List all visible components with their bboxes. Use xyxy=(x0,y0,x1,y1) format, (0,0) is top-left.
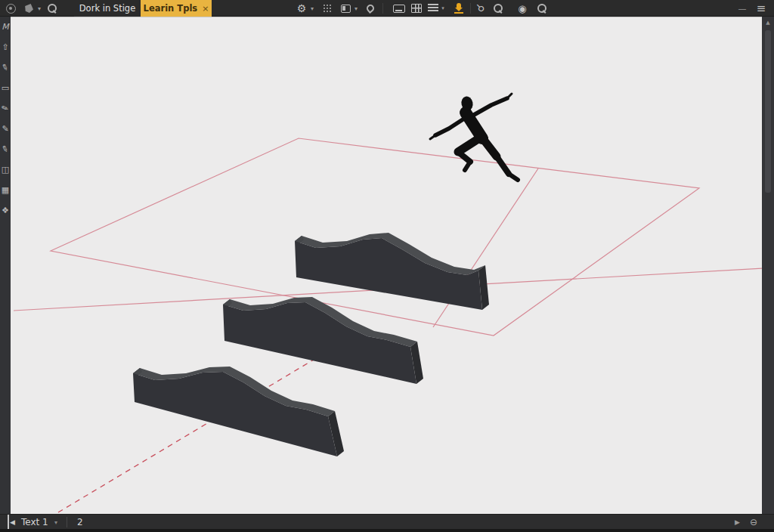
flag-tool-icon[interactable] xyxy=(23,0,35,17)
layout-dropdown-caret[interactable]: ▾ xyxy=(352,0,360,17)
app-icon[interactable] xyxy=(3,0,18,17)
search-icon[interactable] xyxy=(45,0,59,17)
window-bottom-edge xyxy=(0,529,774,532)
layout-panels-icon[interactable] xyxy=(339,0,352,17)
gear-dropdown-caret[interactable]: ▾ xyxy=(308,0,316,17)
minimize-icon[interactable]: — xyxy=(736,0,748,17)
pen-tool-icon[interactable]: ✎ xyxy=(0,57,11,78)
eraser-tool-icon[interactable]: ❖ xyxy=(0,200,11,221)
wall-2-front xyxy=(223,302,416,384)
figure-left-hand xyxy=(430,135,435,139)
flag-dropdown-caret[interactable]: ▾ xyxy=(35,0,44,17)
download-icon[interactable] xyxy=(452,0,466,17)
pencil-tool-icon[interactable]: ✎ xyxy=(0,119,11,139)
tab-learin-tpls[interactable]: Learin Tpls × xyxy=(141,0,212,17)
status-bar: ◀ Text 1 ▾ 2 ▶ ⊖ xyxy=(0,514,774,529)
zoom-icon[interactable] xyxy=(491,0,505,17)
figure-back-foot xyxy=(509,174,518,180)
zoom-icon-2[interactable] xyxy=(535,0,549,17)
rectangle-tool-icon[interactable]: ▭ xyxy=(0,78,11,98)
vertical-scrollbar-thumb[interactable] xyxy=(765,30,771,193)
monitor-icon[interactable] xyxy=(392,0,407,17)
figure-left-arm xyxy=(435,119,464,135)
app-window: ▾ Dork in Stige Learin Tpls × ⚙ ▾ ▾ xyxy=(0,0,774,532)
globe-icon[interactable]: ◉ xyxy=(515,0,529,17)
tab-label: Learin Tpls xyxy=(144,3,198,14)
figure-back-shin xyxy=(497,156,509,174)
select-arrow-icon[interactable]: ⇧ xyxy=(0,37,11,57)
tool-sidebar: M ⇧ ✎ ▭ ✎ ✎ ✎ ◫ ▦ ❖ xyxy=(0,17,11,514)
table-grid-icon[interactable] xyxy=(410,0,423,17)
tab-dork-in-stige[interactable]: Dork in Stige xyxy=(74,0,141,17)
toolbar: ▾ Dork in Stige Learin Tpls × ⚙ ▾ ▾ xyxy=(0,0,774,17)
tab-label: Dork in Stige xyxy=(79,3,135,14)
move-tool-icon[interactable]: M xyxy=(0,17,11,37)
page-number: 2 xyxy=(77,515,83,530)
brush-tool-icon[interactable]: ✎ xyxy=(0,98,11,119)
scene-svg xyxy=(11,17,762,515)
figure-right-arm xyxy=(474,98,507,115)
wall-3-front xyxy=(133,372,337,456)
scroll-up-icon[interactable]: ▲ xyxy=(762,20,774,26)
grid-tool-icon[interactable]: ▦ xyxy=(0,180,11,200)
scroll-right-icon[interactable]: ▶ xyxy=(735,515,740,530)
tab-close-icon[interactable]: × xyxy=(202,4,209,14)
toolbar-separator xyxy=(382,3,383,14)
wall-1-front xyxy=(295,238,482,310)
zoom-out-icon[interactable]: ⊖ xyxy=(750,515,757,530)
grid-dots-icon[interactable] xyxy=(320,0,334,17)
goto-start-icon[interactable]: ◀ xyxy=(8,515,15,530)
artboard-tool-icon[interactable]: ◫ xyxy=(0,159,11,180)
vertical-scrollbar[interactable]: ▲ xyxy=(762,17,774,514)
statusbar-separator xyxy=(67,517,67,527)
figure-front-foot xyxy=(465,162,470,170)
app-icon-circle xyxy=(6,4,16,14)
toolbar-separator xyxy=(470,3,471,14)
pick-tool-icon[interactable] xyxy=(364,0,376,17)
figure-front-shin xyxy=(458,152,470,162)
pin-icon[interactable]: ⚲ xyxy=(471,0,491,18)
figure-front-thigh xyxy=(458,138,479,152)
menu-icon[interactable]: ≡ xyxy=(754,0,768,17)
viewport-canvas[interactable] xyxy=(11,17,762,514)
figure-right-hand xyxy=(507,94,512,98)
settings-gear-icon[interactable]: ⚙ xyxy=(295,0,308,17)
figure-back-thigh xyxy=(484,140,497,156)
list-view-icon[interactable] xyxy=(426,0,440,17)
frame-label[interactable]: Text 1 xyxy=(21,515,48,530)
frame-dropdown-caret[interactable]: ▾ xyxy=(54,515,57,530)
list-dropdown-caret[interactable]: ▾ xyxy=(440,0,446,17)
marker-tool-icon[interactable]: ✎ xyxy=(0,139,11,159)
